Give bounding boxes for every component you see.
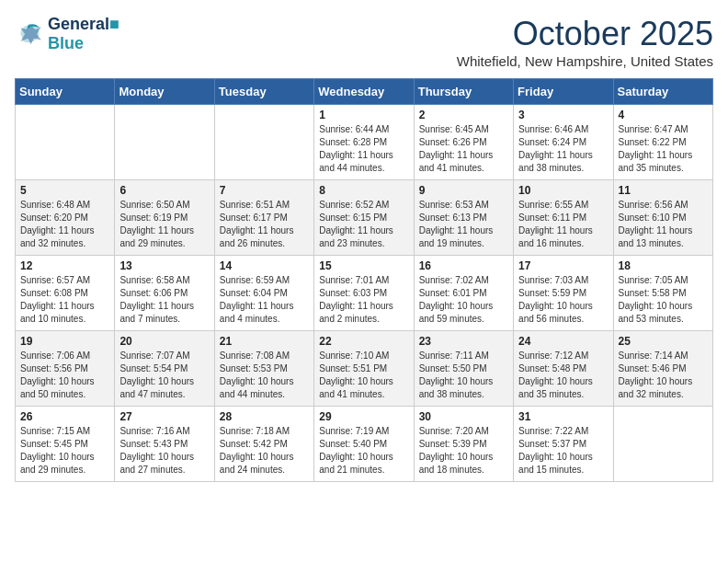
day-detail: Sunrise: 6:44 AM Sunset: 6:28 PM Dayligh… [319, 123, 408, 175]
day-number: 19 [20, 335, 109, 348]
calendar-cell: 10Sunrise: 6:55 AM Sunset: 6:11 PM Dayli… [514, 180, 613, 256]
day-number: 26 [20, 410, 109, 423]
day-number: 10 [518, 184, 608, 197]
calendar-cell: 5Sunrise: 6:48 AM Sunset: 6:20 PM Daylig… [16, 180, 115, 256]
calendar-table: SundayMondayTuesdayWednesdayThursdayFrid… [15, 78, 713, 482]
calendar-cell [214, 105, 313, 180]
day-number: 1 [319, 109, 408, 121]
day-detail: Sunrise: 7:01 AM Sunset: 6:03 PM Dayligh… [319, 274, 408, 326]
calendar-cell: 30Sunrise: 7:20 AM Sunset: 5:39 PM Dayli… [414, 407, 513, 482]
weekday-header-friday: Friday [514, 79, 613, 105]
calendar-cell: 1Sunrise: 6:44 AM Sunset: 6:28 PM Daylig… [314, 105, 414, 180]
day-number: 30 [419, 410, 508, 423]
weekday-header-tuesday: Tuesday [214, 79, 313, 105]
day-detail: Sunrise: 7:10 AM Sunset: 5:51 PM Dayligh… [319, 350, 408, 401]
day-number: 3 [518, 109, 608, 121]
weekday-header-monday: Monday [115, 79, 214, 105]
calendar-cell: 2Sunrise: 6:45 AM Sunset: 6:26 PM Daylig… [414, 105, 513, 180]
day-number: 4 [619, 109, 708, 121]
day-detail: Sunrise: 7:16 AM Sunset: 5:43 PM Dayligh… [119, 425, 209, 477]
calendar-cell [613, 407, 712, 482]
calendar-cell [115, 105, 214, 180]
calendar-cell: 15Sunrise: 7:01 AM Sunset: 6:03 PM Dayli… [314, 256, 414, 331]
day-number: 15 [319, 259, 408, 272]
day-number: 28 [220, 410, 309, 423]
calendar-cell: 9Sunrise: 6:53 AM Sunset: 6:13 PM Daylig… [414, 180, 513, 256]
day-number: 11 [619, 184, 708, 197]
calendar-cell: 24Sunrise: 7:12 AM Sunset: 5:48 PM Dayli… [514, 331, 613, 407]
day-detail: Sunrise: 6:58 AM Sunset: 6:06 PM Dayligh… [119, 274, 209, 326]
title-block: October 2025 Whitefield, New Hampshire, … [457, 15, 713, 69]
day-detail: Sunrise: 6:57 AM Sunset: 6:08 PM Dayligh… [20, 274, 109, 326]
calendar-cell: 7Sunrise: 6:51 AM Sunset: 6:17 PM Daylig… [214, 180, 313, 256]
day-detail: Sunrise: 6:52 AM Sunset: 6:15 PM Dayligh… [319, 199, 408, 250]
calendar-week-1: 1Sunrise: 6:44 AM Sunset: 6:28 PM Daylig… [16, 105, 713, 180]
weekday-header-sunday: Sunday [16, 79, 115, 105]
calendar-cell: 3Sunrise: 6:46 AM Sunset: 6:24 PM Daylig… [514, 105, 613, 180]
calendar-cell: 12Sunrise: 6:57 AM Sunset: 6:08 PM Dayli… [16, 256, 115, 331]
day-detail: Sunrise: 7:08 AM Sunset: 5:53 PM Dayligh… [220, 350, 309, 401]
day-detail: Sunrise: 7:22 AM Sunset: 5:37 PM Dayligh… [518, 425, 608, 477]
calendar-cell: 28Sunrise: 7:18 AM Sunset: 5:42 PM Dayli… [214, 407, 313, 482]
calendar-cell: 20Sunrise: 7:07 AM Sunset: 5:54 PM Dayli… [115, 331, 214, 407]
day-number: 18 [619, 259, 708, 272]
day-number: 8 [319, 184, 408, 197]
day-number: 21 [220, 335, 309, 348]
day-detail: Sunrise: 7:12 AM Sunset: 5:48 PM Dayligh… [518, 350, 608, 401]
month-title: October 2025 [457, 15, 713, 53]
weekday-header-wednesday: Wednesday [314, 79, 414, 105]
day-detail: Sunrise: 6:59 AM Sunset: 6:04 PM Dayligh… [220, 274, 309, 326]
logo-text: General■ Blue [48, 15, 119, 53]
location: Whitefield, New Hampshire, United States [457, 53, 713, 69]
day-detail: Sunrise: 7:02 AM Sunset: 6:01 PM Dayligh… [419, 274, 508, 326]
day-number: 16 [419, 259, 508, 272]
day-number: 5 [20, 184, 109, 197]
day-number: 6 [119, 184, 209, 197]
calendar-cell: 6Sunrise: 6:50 AM Sunset: 6:19 PM Daylig… [115, 180, 214, 256]
logo: General■ Blue [15, 15, 119, 53]
calendar-week-3: 12Sunrise: 6:57 AM Sunset: 6:08 PM Dayli… [16, 256, 713, 331]
day-number: 22 [319, 335, 408, 348]
day-number: 27 [119, 410, 209, 423]
day-detail: Sunrise: 7:06 AM Sunset: 5:56 PM Dayligh… [20, 350, 109, 401]
day-number: 7 [220, 184, 309, 197]
day-detail: Sunrise: 7:15 AM Sunset: 5:45 PM Dayligh… [20, 425, 109, 477]
day-detail: Sunrise: 6:50 AM Sunset: 6:19 PM Dayligh… [119, 199, 209, 250]
calendar-cell [16, 105, 115, 180]
day-number: 12 [20, 259, 109, 272]
calendar-cell: 25Sunrise: 7:14 AM Sunset: 5:46 PM Dayli… [613, 331, 712, 407]
calendar-cell: 22Sunrise: 7:10 AM Sunset: 5:51 PM Dayli… [314, 331, 414, 407]
day-number: 29 [319, 410, 408, 423]
day-number: 17 [518, 259, 608, 272]
calendar-cell: 19Sunrise: 7:06 AM Sunset: 5:56 PM Dayli… [16, 331, 115, 407]
calendar-cell: 14Sunrise: 6:59 AM Sunset: 6:04 PM Dayli… [214, 256, 313, 331]
logo-icon [15, 19, 44, 49]
day-detail: Sunrise: 7:20 AM Sunset: 5:39 PM Dayligh… [419, 425, 508, 477]
page-header: General■ Blue October 2025 Whitefield, N… [15, 15, 713, 69]
weekday-header-saturday: Saturday [613, 79, 712, 105]
day-detail: Sunrise: 6:53 AM Sunset: 6:13 PM Dayligh… [419, 199, 508, 250]
calendar-cell: 29Sunrise: 7:19 AM Sunset: 5:40 PM Dayli… [314, 407, 414, 482]
day-number: 23 [419, 335, 508, 348]
calendar-cell: 4Sunrise: 6:47 AM Sunset: 6:22 PM Daylig… [613, 105, 712, 180]
calendar-cell: 26Sunrise: 7:15 AM Sunset: 5:45 PM Dayli… [16, 407, 115, 482]
day-detail: Sunrise: 7:18 AM Sunset: 5:42 PM Dayligh… [220, 425, 309, 477]
calendar-cell: 11Sunrise: 6:56 AM Sunset: 6:10 PM Dayli… [613, 180, 712, 256]
day-number: 13 [119, 259, 209, 272]
calendar-cell: 13Sunrise: 6:58 AM Sunset: 6:06 PM Dayli… [115, 256, 214, 331]
day-detail: Sunrise: 6:55 AM Sunset: 6:11 PM Dayligh… [518, 199, 608, 250]
calendar-week-2: 5Sunrise: 6:48 AM Sunset: 6:20 PM Daylig… [16, 180, 713, 256]
day-detail: Sunrise: 7:05 AM Sunset: 5:58 PM Dayligh… [619, 274, 708, 326]
day-number: 2 [419, 109, 508, 121]
calendar-week-5: 26Sunrise: 7:15 AM Sunset: 5:45 PM Dayli… [16, 407, 713, 482]
day-number: 20 [119, 335, 209, 348]
day-detail: Sunrise: 6:47 AM Sunset: 6:22 PM Dayligh… [619, 123, 708, 175]
day-number: 9 [419, 184, 508, 197]
day-detail: Sunrise: 7:11 AM Sunset: 5:50 PM Dayligh… [419, 350, 508, 401]
calendar-week-4: 19Sunrise: 7:06 AM Sunset: 5:56 PM Dayli… [16, 331, 713, 407]
day-detail: Sunrise: 7:14 AM Sunset: 5:46 PM Dayligh… [619, 350, 708, 401]
calendar-cell: 21Sunrise: 7:08 AM Sunset: 5:53 PM Dayli… [214, 331, 313, 407]
day-detail: Sunrise: 6:45 AM Sunset: 6:26 PM Dayligh… [419, 123, 508, 175]
calendar-cell: 23Sunrise: 7:11 AM Sunset: 5:50 PM Dayli… [414, 331, 513, 407]
day-detail: Sunrise: 6:48 AM Sunset: 6:20 PM Dayligh… [20, 199, 109, 250]
